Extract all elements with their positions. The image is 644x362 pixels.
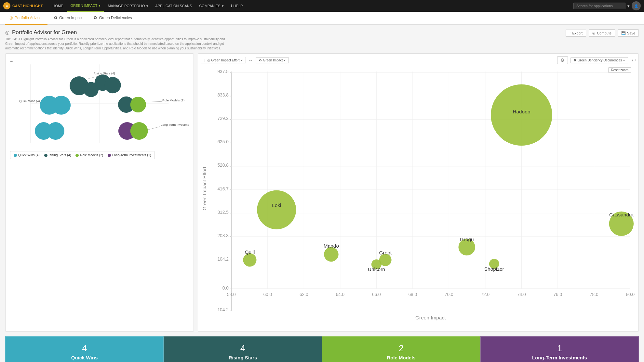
bubble-chart-area: ≡ Rising Stars (4) Quick Wins (4) Role M…	[10, 58, 189, 149]
legend-dot-quick-wins	[14, 154, 17, 157]
svg-text:74.0: 74.0	[517, 292, 526, 297]
card-role-models: 2 Role Models Applications that are alre…	[322, 336, 480, 362]
portfolio-icon: ◎	[9, 15, 13, 20]
chart-menu-button[interactable]: ≡	[10, 58, 13, 63]
legend-long-term: Long-Term Investments (1)	[108, 153, 151, 157]
y-axis-metric-icon: ◎	[207, 58, 210, 62]
svg-text:-104.2: -104.2	[216, 307, 229, 312]
export-icon: ↑	[569, 31, 571, 35]
size-button[interactable]: ⚙	[557, 56, 568, 64]
rising-stars-number: 4	[170, 343, 316, 354]
avatar[interactable]: 👤	[632, 1, 641, 10]
svg-text:72.0: 72.0	[481, 292, 490, 297]
nav-manage-portfolio[interactable]: MANAGE PORTFOLIO ▾	[104, 0, 151, 12]
svg-text:937.5: 937.5	[217, 69, 229, 74]
tag-icon: 🏷	[632, 58, 636, 62]
logo[interactable]: C CAST HIGHLIGHT	[3, 2, 43, 9]
size-metric-button[interactable]: ✖ Green Deficiency Occurrences ▾	[570, 57, 628, 63]
save-button[interactable]: 💾 Save	[618, 29, 639, 37]
svg-point-85	[257, 190, 296, 229]
x-axis-button[interactable]: ♻ Green Impact ▾	[256, 57, 289, 63]
svg-text:312.5: 312.5	[217, 210, 229, 215]
legend-dot-rising-stars	[44, 154, 47, 157]
svg-text:520.8: 520.8	[217, 163, 229, 168]
svg-text:625.0: 625.0	[217, 139, 229, 144]
filter-button[interactable]: ▾	[627, 4, 630, 8]
compute-button[interactable]: ◎ Compute	[589, 29, 615, 37]
svg-text:64.0: 64.0	[336, 292, 344, 297]
nav-help[interactable]: ℹ HELP	[228, 0, 246, 12]
tab-green-deficiencies[interactable]: ♻ Green Deficiencies	[89, 12, 136, 25]
svg-point-16	[52, 96, 71, 115]
bubble-legend: Quick Wins (4) Rising Stars (4) Role Mod…	[10, 151, 155, 159]
y-axis-icon: ↕	[204, 58, 206, 62]
swap-axes-icon: ↔	[248, 58, 253, 63]
svg-text:70.0: 70.0	[445, 292, 453, 297]
page-title-section: ◎ Portfolio Advisor for Green The CAST H…	[5, 29, 566, 51]
bubble-chart-panel: ≡ Rising Stars (4) Quick Wins (4) Role M…	[5, 53, 194, 332]
nav-application-scans[interactable]: APPLICATION SCANS	[152, 0, 195, 12]
svg-point-89	[243, 253, 256, 266]
nav-green-impact[interactable]: GREEN IMPACT ▾	[67, 0, 104, 12]
role-models-number: 2	[328, 343, 474, 354]
nav-home[interactable]: HOME	[49, 0, 67, 12]
green-impact-icon: ♻	[54, 15, 58, 20]
legend-dot-long-term	[108, 154, 111, 157]
settings-icon: ⚙	[560, 58, 565, 63]
scatter-svg: 937.5 833.8 729.2 625.0 520.8 416.7 312.…	[201, 66, 636, 328]
nav-search: ▾ 👤	[573, 1, 641, 10]
scatter-wrap: Reset zoom 937.5 833.8 729.2	[201, 66, 636, 329]
svg-text:Grogu: Grogu	[460, 237, 474, 242]
svg-text:Long-Term Investments (1): Long-Term Investments (1)	[161, 123, 189, 126]
svg-text:0.0: 0.0	[222, 286, 229, 291]
body-layout: ≡ Rising Stars (4) Quick Wins (4) Role M…	[5, 53, 639, 332]
reset-zoom-button[interactable]: Reset zoom	[608, 67, 631, 73]
dropdown-icon: ▾	[623, 58, 625, 62]
svg-text:Unicorn: Unicorn	[368, 266, 385, 272]
svg-point-93	[379, 254, 392, 266]
nav-companies[interactable]: COMPANIES ▾	[196, 0, 227, 12]
svg-text:Cassandra: Cassandra	[609, 212, 634, 217]
main-content: ◎ Portfolio Advisor for Green The CAST H…	[0, 25, 644, 362]
bubble-chart-svg: Rising Stars (4) Quick Wins (4) Role Mod…	[10, 58, 189, 149]
x-axis-metric-icon: ♻	[259, 58, 262, 62]
svg-text:Quill: Quill	[245, 249, 255, 255]
dropdown-icon: ▾	[146, 4, 148, 8]
role-models-title: Role Models	[328, 355, 474, 360]
search-input[interactable]	[573, 3, 625, 9]
svg-point-20	[47, 122, 64, 140]
svg-text:78.0: 78.0	[590, 292, 598, 297]
svg-text:833.8: 833.8	[217, 93, 229, 97]
svg-point-87	[324, 247, 339, 262]
svg-text:Loki: Loki	[272, 202, 281, 208]
bottom-cards: 4 Quick Wins Applications that represent…	[5, 336, 639, 362]
dropdown-icon: ▾	[284, 58, 286, 62]
top-nav: C CAST HIGHLIGHT HOME GREEN IMPACT ▾ MAN…	[0, 0, 644, 12]
page-actions: ↑ Export ◎ Compute 💾 Save	[566, 29, 639, 37]
tab-portfolio-advisor[interactable]: ◎ Portfolio Advisor	[5, 12, 47, 25]
legend-quick-wins: Quick Wins (4)	[14, 153, 40, 157]
svg-text:Green Impact Effort: Green Impact Effort	[202, 167, 207, 211]
legend-dot-role-models	[75, 154, 79, 157]
chart-controls: ↕ ◎ Green Impact Effort ▾ ↔ ♻ Green Impa…	[201, 56, 636, 64]
nav-items: HOME GREEN IMPACT ▾ MANAGE PORTFOLIO ▾ A…	[49, 0, 567, 12]
svg-point-81	[491, 84, 552, 146]
logo-text: CAST HIGHLIGHT	[12, 4, 43, 8]
logo-icon: C	[3, 2, 10, 9]
dropdown-icon: ▾	[222, 4, 224, 8]
legend-role-models: Role Models (2)	[75, 153, 103, 157]
help-icon: ℹ	[231, 4, 232, 8]
svg-text:Mando: Mando	[324, 243, 339, 249]
y-axis-button[interactable]: ↕ ◎ Green Impact Effort ▾	[201, 57, 246, 63]
svg-text:Role Models (2): Role Models (2)	[162, 98, 184, 102]
svg-text:80.0: 80.0	[626, 292, 635, 297]
export-button[interactable]: ↑ Export	[566, 30, 586, 37]
svg-text:104.2: 104.2	[217, 257, 228, 262]
dropdown-icon: ▾	[241, 58, 243, 62]
card-quick-wins: 4 Quick Wins Applications that represent…	[5, 336, 164, 362]
svg-text:66.0: 66.0	[372, 292, 381, 297]
tab-green-impact[interactable]: ♻ Green Impact	[49, 12, 87, 25]
page-description: The CAST Highlight Portfolio Advisor for…	[5, 37, 233, 51]
page-header: ◎ Portfolio Advisor for Green The CAST H…	[5, 29, 639, 51]
long-term-number: 1	[487, 343, 633, 354]
